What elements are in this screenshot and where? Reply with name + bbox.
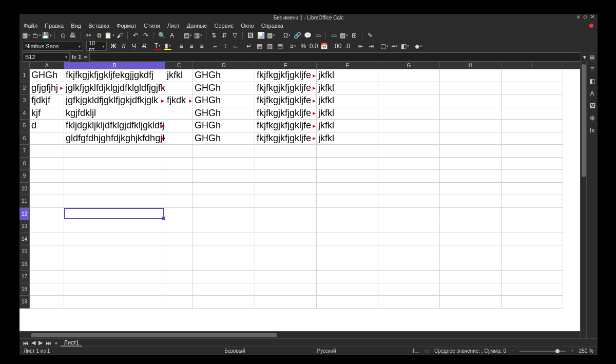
cell[interactable]	[30, 245, 64, 258]
cell[interactable]	[30, 158, 64, 170]
menu-window[interactable]: Окно	[241, 23, 254, 29]
borders-icon[interactable]: ▢	[381, 43, 388, 50]
menu-view[interactable]: Вид	[71, 23, 81, 29]
cell[interactable]	[165, 107, 193, 120]
cell[interactable]	[193, 220, 255, 233]
cell[interactable]	[30, 208, 64, 221]
cell[interactable]	[165, 283, 193, 296]
draw-icon[interactable]: ✎	[367, 32, 374, 39]
cell[interactable]	[64, 233, 165, 246]
cell[interactable]	[378, 120, 440, 132]
date-icon[interactable]: 📅	[320, 43, 328, 50]
cell[interactable]	[165, 132, 193, 145]
paste-icon[interactable]: 📋	[106, 32, 113, 39]
cell[interactable]: GHGh	[193, 82, 255, 95]
cell[interactable]	[30, 271, 64, 283]
comment-icon[interactable]: 💬	[304, 32, 311, 39]
valign-mid-icon[interactable]: ≑	[222, 43, 229, 50]
split-cell-icon[interactable]: ▤	[276, 43, 283, 50]
zoom-in-icon[interactable]: +	[571, 348, 574, 354]
cell[interactable]	[317, 283, 378, 296]
row-header[interactable]: 19	[20, 296, 30, 309]
cell[interactable]	[255, 183, 317, 196]
row-header[interactable]: 11	[20, 195, 30, 208]
cell[interactable]	[64, 296, 165, 309]
cell[interactable]: jglkfjgklfdjklgjdfklgldfjgjfkljgkl▸	[64, 82, 165, 95]
row-header[interactable]: 15	[20, 245, 30, 258]
cell[interactable]	[165, 183, 193, 196]
cell[interactable]	[502, 158, 563, 170]
row-header[interactable]: 6	[20, 132, 30, 145]
new-icon[interactable]: ▦	[23, 32, 30, 39]
cell[interactable]	[502, 220, 563, 233]
cell[interactable]	[502, 233, 563, 246]
col-header-A[interactable]: A	[30, 62, 64, 69]
split-icon[interactable]: ⊞	[351, 32, 358, 39]
cell[interactable]	[378, 82, 440, 95]
col-header-I[interactable]: I	[502, 62, 563, 69]
cell[interactable]: kgjfdkljl	[64, 107, 165, 120]
row-header[interactable]: 18	[20, 283, 30, 296]
cell[interactable]	[30, 220, 64, 233]
cell[interactable]: fkjfkgjkfjgkljfe▸	[255, 94, 317, 107]
cell[interactable]	[193, 158, 255, 170]
row-header[interactable]: 10	[20, 183, 30, 196]
cell[interactable]	[193, 296, 255, 309]
tab-add-icon[interactable]: +	[54, 340, 57, 346]
sort-asc-icon[interactable]: ⇅	[210, 32, 218, 39]
cell[interactable]	[165, 271, 193, 283]
border-style-icon[interactable]: ━	[391, 43, 398, 50]
cell[interactable]	[317, 258, 378, 271]
col-header-D[interactable]: D	[193, 62, 255, 69]
cell[interactable]	[30, 283, 64, 296]
autofilter-icon[interactable]: ▽	[231, 32, 238, 39]
cell[interactable]	[193, 170, 255, 183]
cell[interactable]	[64, 183, 165, 196]
cell-grid[interactable]: 1GHGhfkjfkgjkfjgkljfekgjjgkdfjjkfklGHGhf…	[20, 69, 580, 331]
col-icon[interactable]: ▥	[195, 32, 202, 39]
cell[interactable]: jgfkjgkldfjgklfjgkjdfkjglk▸	[64, 94, 165, 107]
cell[interactable]	[317, 183, 378, 196]
sidebar-menu-icon[interactable]: ≡	[590, 65, 594, 72]
maximize-icon[interactable]: ◇	[583, 14, 587, 20]
cell[interactable]	[440, 220, 502, 233]
cell[interactable]	[165, 258, 193, 271]
cell[interactable]	[165, 82, 193, 95]
clone-format-icon[interactable]: 🖌	[116, 32, 123, 39]
cell[interactable]	[64, 145, 165, 158]
col-header-C[interactable]: C	[165, 62, 193, 69]
cell[interactable]: GHGh	[30, 69, 64, 82]
cell[interactable]	[64, 271, 165, 283]
cell[interactable]	[440, 283, 502, 296]
percent-icon[interactable]: %	[300, 43, 307, 50]
freeze-icon[interactable]: ▦	[340, 32, 348, 39]
cell[interactable]	[378, 245, 440, 258]
cell[interactable]	[502, 69, 563, 82]
cell[interactable]	[64, 258, 165, 271]
cell[interactable]	[502, 145, 563, 158]
row-header[interactable]: 5	[20, 120, 30, 132]
cell[interactable]	[502, 195, 563, 208]
indent-inc-icon[interactable]: ⇥	[368, 43, 375, 50]
col-header-E[interactable]: E	[255, 62, 317, 69]
status-summary[interactable]: Среднее значение: ; Сумма: 0	[434, 348, 506, 354]
cell[interactable]	[378, 170, 440, 183]
zoom-value[interactable]: 250 %	[579, 348, 593, 354]
currency-icon[interactable]: ¤	[290, 43, 297, 50]
cell[interactable]	[502, 107, 563, 120]
status-lang[interactable]: Русский	[317, 348, 336, 354]
pivot-icon[interactable]: ▦	[267, 32, 275, 39]
cell[interactable]	[255, 145, 317, 158]
font-color-icon[interactable]: T	[154, 43, 161, 50]
cell[interactable]	[193, 183, 255, 196]
row-header[interactable]: 1	[20, 69, 30, 82]
tab-next-icon[interactable]: ▶	[38, 339, 43, 346]
menu-data[interactable]: Данные	[187, 23, 207, 29]
cell[interactable]	[378, 220, 440, 233]
cell[interactable]	[378, 258, 440, 271]
cell[interactable]: fkjfkgjkfjgkljfe▸	[255, 69, 317, 82]
cell[interactable]	[502, 208, 563, 221]
cell[interactable]: fkljdgkljkljdfklgjdfkljgkldfjgkljd▸	[64, 120, 165, 132]
cell[interactable]	[378, 271, 440, 283]
cond-format-icon[interactable]: ◆	[415, 43, 422, 50]
